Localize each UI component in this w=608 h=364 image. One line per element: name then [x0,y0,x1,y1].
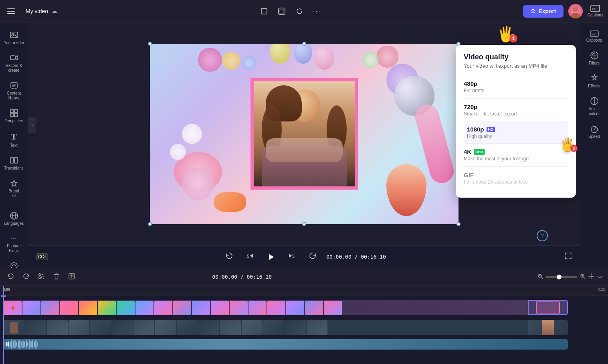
zoom-in-button[interactable] [580,273,586,280]
play-button[interactable] [264,250,278,264]
right-sidebar: CC Captions Filters Effects Adjustcolors… [580,22,608,268]
export-button[interactable]: Export [523,5,563,18]
handle-top-mid[interactable] [302,42,306,46]
handle-bottom-mid[interactable] [302,222,306,226]
video-inner-frame [250,78,358,190]
video-end-thumb [528,320,568,335]
timeline-current-time: 00:00.00 [212,274,237,280]
handle-bottom-left[interactable] [148,222,152,226]
timeline-time-display: 00:00.00 / 00:16.10 [212,274,272,280]
help-button[interactable]: ? [537,230,548,241]
track-thumb-12 [211,301,229,315]
skip-forward-button[interactable] [305,250,320,263]
timeline-total-time: 00:16.10 [247,274,272,280]
sidebar-item-captions[interactable]: CC Captions [582,27,607,46]
quality-option-1080p[interactable]: 1080p HD High quality 🖐 2 [464,122,568,144]
track-thumb-6 [98,301,116,315]
upload-button[interactable] [66,271,78,283]
sidebar-item-languages[interactable]: Languages [1,208,27,229]
sidebar-item-templates[interactable]: Templates [1,105,27,127]
quality-option-480p[interactable]: 480p For drafts [464,75,568,99]
zoom-slider[interactable] [545,276,578,278]
sidebar-item-speed[interactable]: Speed [582,121,607,142]
svg-point-28 [39,273,41,275]
sidebar-item-media-label: Your media [4,40,24,45]
time-separator: / [355,254,361,260]
captions-sidebar-button[interactable]: CC Captions [588,5,603,17]
feature-flags-icon: ··· [11,234,17,243]
deco-white-flower [182,124,202,144]
deco-flower-petal [182,168,214,200]
video-thumb-12 [242,320,263,335]
balloon-yellow [270,44,290,64]
topbar-right: Export CC Captions [523,4,603,18]
sidebar-item-adjust-colors[interactable]: Adjustcolors [582,93,607,119]
video-thumb-10 [198,320,219,335]
quality-option-4k[interactable]: 4K UHD Make the most of your footage [464,144,568,167]
quality-option-gif[interactable]: GIF For videos 15 seconds or less [464,167,568,190]
cut-button[interactable] [35,271,47,283]
user-avatar[interactable] [568,4,583,18]
sidebar-item-effects[interactable]: Effects [582,71,607,92]
delete-button[interactable] [50,271,63,283]
crop-tool-button[interactable] [258,5,271,18]
handle-top-left[interactable] [148,42,152,46]
quality-popup-subtitle: Your video will export as an MP4 file [464,63,568,69]
rotate-tool-button[interactable] [293,5,306,18]
resize-tool-button[interactable] [275,5,288,18]
sidebar-item-brand[interactable]: Brandkit [1,176,27,202]
video-thumb-13 [263,320,284,335]
video-thumb-14 [285,320,306,335]
redo-button[interactable] [20,271,32,283]
svg-rect-14 [10,113,14,117]
timeline-area: 00:00.00 / 00:16.10 [0,268,608,364]
sidebar-item-media[interactable]: Your media [1,27,27,49]
timeline-tracks[interactable]: 🎈 [0,295,608,364]
canvas-area: Video quality Your video will export as … [28,22,580,268]
rewind-button[interactable]: 5 [243,250,257,263]
more-tools-button[interactable]: ··· [311,5,323,17]
sidebar-item-content[interactable]: Contentlibrary [1,78,27,104]
fullscreen-button[interactable] [565,252,572,261]
sidebar-item-fluent-theme[interactable]: FluentTheme [1,258,27,268]
svg-rect-15 [14,113,18,117]
time-display: 00:00.00 / 00:16.10 [326,254,386,260]
zoom-out-button[interactable] [537,273,543,280]
fast-forward-button[interactable]: 5 [285,250,299,263]
video-background [150,44,459,224]
video-end-clip[interactable] [528,320,568,335]
svg-text:CC: CC [592,32,596,35]
balloon-pink [314,46,334,70]
sidebar-collapse-button[interactable]: › [28,117,36,133]
track-thumb-4 [60,301,78,315]
video-frame[interactable] [150,44,459,224]
sidebar-item-record[interactable]: Record &create [1,50,27,76]
sidebar-item-feature-flags-label: FeatureFlags [7,244,20,253]
track-thumb-15 [267,301,285,315]
menu-button[interactable] [5,3,21,19]
sidebar-item-content-label: Contentlibrary [7,91,21,101]
expand-timeline-button[interactable] [588,273,594,281]
sidebar-item-filters[interactable]: Filters [582,48,607,69]
sidebar-item-transitions[interactable]: Transitions [1,153,27,174]
sidebar-item-text[interactable]: T Text [1,128,27,151]
quality-option-720p[interactable]: 720p Smaller file, faster export [464,99,568,122]
cursor-2-badge: 2 [570,145,578,152]
undo-button[interactable] [5,271,17,283]
handle-bottom-right[interactable] [457,222,461,226]
sidebar-item-feature-flags[interactable]: ··· FeatureFlags [1,231,27,257]
cc-button[interactable]: CC+ [36,253,48,260]
selected-sticker-clip[interactable] [528,300,568,315]
skip-back-button[interactable] [222,250,236,263]
svg-rect-17 [14,158,18,163]
collapse-timeline-button[interactable] [597,274,603,280]
svg-rect-0 [261,8,267,14]
track-sticker-content[interactable]: 🎈 [3,300,568,315]
svg-point-29 [39,277,41,279]
quality-1080p-label: 1080p HD [467,126,565,133]
track-audio-content[interactable] [3,339,568,350]
zoom-controls [537,273,603,281]
text-icon: T [11,131,17,142]
svg-text:CC: CC [592,7,597,11]
track-video-content[interactable] [3,320,568,335]
